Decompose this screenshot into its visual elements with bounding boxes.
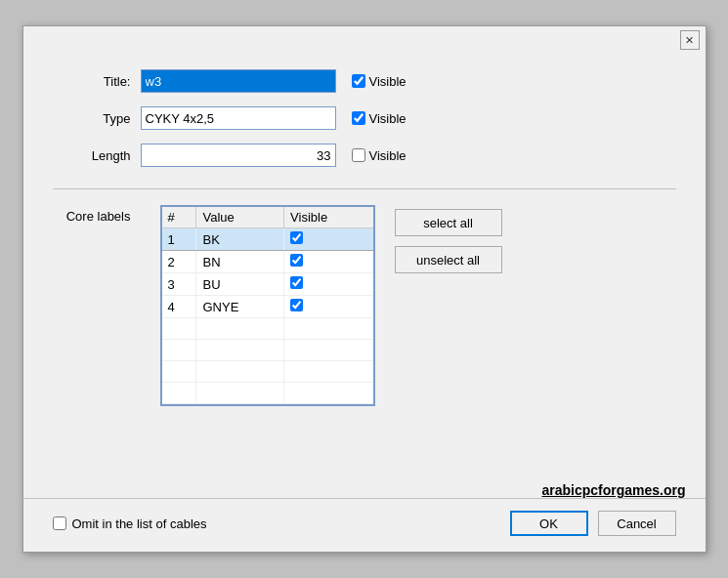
action-buttons: select all unselect all bbox=[395, 205, 502, 273]
cell-num: 3 bbox=[162, 273, 196, 296]
type-input[interactable] bbox=[141, 106, 336, 130]
title-bar: ✕ bbox=[23, 26, 706, 54]
close-icon: ✕ bbox=[685, 34, 694, 47]
footer-buttons: OK Cancel bbox=[510, 511, 676, 536]
title-row: Title: Visible bbox=[53, 69, 676, 93]
cell-value: BN bbox=[196, 251, 284, 273]
omit-label: Omit in the list of cables bbox=[72, 516, 207, 531]
type-row: Type Visible bbox=[53, 106, 676, 130]
type-label: Type bbox=[53, 111, 141, 126]
close-button[interactable]: ✕ bbox=[680, 30, 700, 50]
cell-visible bbox=[284, 228, 373, 251]
title-input[interactable] bbox=[141, 69, 336, 93]
table-row: 3BU bbox=[162, 273, 373, 296]
ok-button[interactable]: OK bbox=[510, 511, 588, 536]
dialog: ✕ Title: Visible Type Visible Length bbox=[22, 25, 707, 553]
cell-visible bbox=[284, 296, 373, 318]
unselect-all-button[interactable]: unselect all bbox=[395, 246, 502, 273]
cell-num: 4 bbox=[162, 296, 196, 318]
length-visible-check: Visible bbox=[352, 148, 407, 163]
omit-check: Omit in the list of cables bbox=[53, 516, 207, 531]
length-row: Length Visible bbox=[53, 144, 676, 167]
cell-num: 2 bbox=[162, 251, 196, 273]
cell-visible bbox=[284, 251, 373, 273]
table-header-row: # Value Visible bbox=[162, 207, 373, 228]
row-visible-checkbox[interactable] bbox=[290, 254, 303, 267]
row-visible-checkbox[interactable] bbox=[290, 299, 303, 311]
table-row-empty bbox=[162, 383, 373, 404]
core-table: # Value Visible 1BK2BN3BU4GNYE bbox=[162, 207, 373, 404]
cell-num: 1 bbox=[162, 228, 196, 251]
core-labels-section: Core labels # Value Visible 1BK2BN3BU4GN… bbox=[53, 205, 676, 478]
cell-value: BU bbox=[196, 273, 284, 296]
length-label: Length bbox=[53, 148, 141, 163]
cancel-button[interactable]: Cancel bbox=[598, 511, 676, 536]
col-header-num: # bbox=[162, 207, 196, 228]
row-visible-checkbox[interactable] bbox=[290, 231, 303, 244]
core-labels-label: Core labels bbox=[53, 205, 141, 224]
row-visible-checkbox[interactable] bbox=[290, 276, 303, 289]
table-row: 4GNYE bbox=[162, 296, 373, 318]
title-visible-label: Visible bbox=[369, 74, 407, 89]
length-visible-checkbox[interactable] bbox=[352, 148, 365, 162]
section-divider bbox=[53, 188, 676, 189]
omit-checkbox[interactable] bbox=[53, 516, 66, 530]
table-row-empty bbox=[162, 318, 373, 340]
select-all-button[interactable]: select all bbox=[395, 209, 502, 236]
table-row: 1BK bbox=[162, 228, 373, 251]
title-visible-checkbox[interactable] bbox=[352, 74, 365, 88]
watermark: arabicpcforgames.org bbox=[541, 482, 685, 498]
type-visible-label: Visible bbox=[369, 111, 407, 126]
col-header-visible: Visible bbox=[284, 207, 373, 228]
core-table-wrapper: # Value Visible 1BK2BN3BU4GNYE bbox=[160, 205, 375, 406]
length-input[interactable] bbox=[141, 144, 336, 167]
dialog-body: Title: Visible Type Visible Length Visib… bbox=[23, 54, 706, 498]
cell-value: BK bbox=[196, 228, 284, 251]
table-row-empty bbox=[162, 361, 373, 383]
col-header-value: Value bbox=[196, 207, 284, 228]
table-row-empty bbox=[162, 340, 373, 361]
type-visible-check: Visible bbox=[352, 111, 407, 126]
footer-bar: Omit in the list of cables OK Cancel bbox=[23, 498, 706, 552]
cell-visible bbox=[284, 273, 373, 296]
type-visible-checkbox[interactable] bbox=[352, 111, 365, 125]
table-row: 2BN bbox=[162, 251, 373, 273]
title-label: Title: bbox=[53, 74, 141, 89]
title-visible-check: Visible bbox=[352, 74, 407, 89]
cell-value: GNYE bbox=[196, 296, 284, 318]
length-visible-label: Visible bbox=[369, 148, 407, 163]
